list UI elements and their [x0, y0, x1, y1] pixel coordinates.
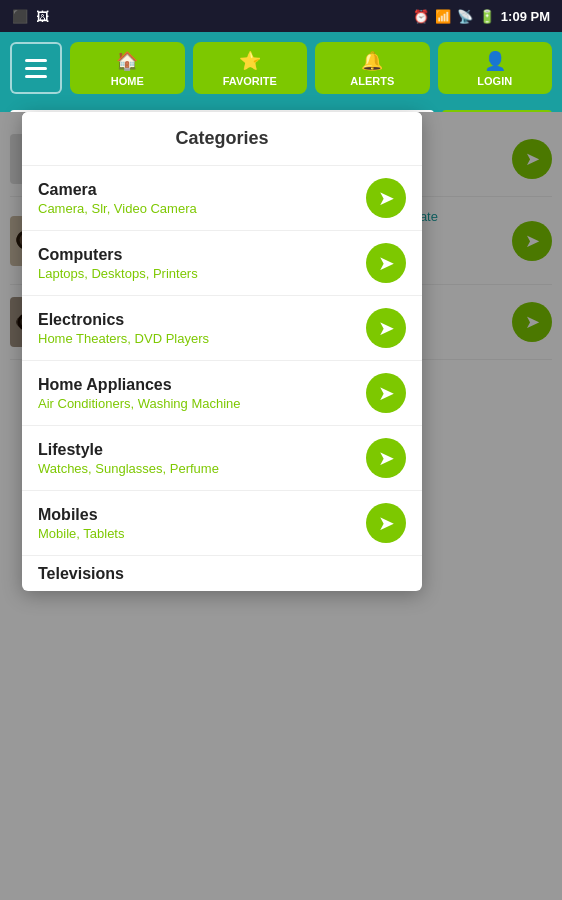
- category-item-electronics[interactable]: Electronics Home Theaters, DVD Players ➤: [22, 296, 422, 361]
- category-name: Camera: [38, 181, 366, 199]
- menu-button[interactable]: [10, 42, 62, 94]
- alerts-label: ALERTS: [350, 75, 394, 87]
- star-icon: ⭐: [239, 50, 261, 72]
- home-icon: 🏠: [116, 50, 138, 72]
- category-name: Televisions: [38, 565, 406, 583]
- favorite-button[interactable]: ⭐ FAVORITE: [193, 42, 308, 94]
- category-sub: Laptops, Desktops, Printers: [38, 266, 366, 281]
- home-button[interactable]: 🏠 HOME: [70, 42, 185, 94]
- category-name: Electronics: [38, 311, 366, 329]
- category-text: Computers Laptops, Desktops, Printers: [38, 246, 366, 281]
- category-go-button[interactable]: ➤: [366, 373, 406, 413]
- category-item-home-appliances[interactable]: Home Appliances Air Conditioners, Washin…: [22, 361, 422, 426]
- gallery-icon: ⬛: [12, 9, 28, 24]
- category-text: Mobiles Mobile, Tablets: [38, 506, 366, 541]
- modal-header: Categories: [22, 112, 422, 166]
- category-sub: Watches, Sunglasses, Perfume: [38, 461, 366, 476]
- hamburger-icon: [25, 59, 47, 78]
- category-text: Lifestyle Watches, Sunglasses, Perfume: [38, 441, 366, 476]
- image-icon: 🖼: [36, 9, 49, 24]
- category-sub: Mobile, Tablets: [38, 526, 366, 541]
- category-text: Home Appliances Air Conditioners, Washin…: [38, 376, 366, 411]
- signal-icon: 📡: [457, 9, 473, 24]
- category-sub: Home Theaters, DVD Players: [38, 331, 366, 346]
- category-name: Computers: [38, 246, 366, 264]
- status-bar: ⬛ 🖼 ⏰ 📶 📡 🔋 1:09 PM: [0, 0, 562, 32]
- status-icons-left: ⬛ 🖼: [12, 9, 49, 24]
- category-go-button[interactable]: ➤: [366, 243, 406, 283]
- category-name: Lifestyle: [38, 441, 366, 459]
- battery-icon: 🔋: [479, 9, 495, 24]
- category-sub: Camera, Slr, Video Camera: [38, 201, 366, 216]
- category-item-televisions[interactable]: Televisions: [22, 556, 422, 591]
- status-icons-right: ⏰ 📶 📡 🔋 1:09 PM: [413, 9, 550, 24]
- wifi-icon: 📶: [435, 9, 451, 24]
- category-text: Televisions: [38, 565, 406, 583]
- home-label: HOME: [111, 75, 144, 87]
- alarm-icon: ⏰: [413, 9, 429, 24]
- category-go-button[interactable]: ➤: [366, 438, 406, 478]
- categories-modal: Categories Camera Camera, Slr, Video Cam…: [22, 112, 422, 591]
- category-go-button[interactable]: ➤: [366, 503, 406, 543]
- category-sub: Air Conditioners, Washing Machine: [38, 396, 366, 411]
- category-text: Electronics Home Theaters, DVD Players: [38, 311, 366, 346]
- category-go-button[interactable]: ➤: [366, 178, 406, 218]
- category-item-lifestyle[interactable]: Lifestyle Watches, Sunglasses, Perfume ➤: [22, 426, 422, 491]
- category-item-mobiles[interactable]: Mobiles Mobile, Tablets ➤: [22, 491, 422, 556]
- category-name: Mobiles: [38, 506, 366, 524]
- category-item-camera[interactable]: Camera Camera, Slr, Video Camera ➤: [22, 166, 422, 231]
- bell-icon: 🔔: [361, 50, 383, 72]
- category-text: Camera Camera, Slr, Video Camera: [38, 181, 366, 216]
- favorite-label: FAVORITE: [223, 75, 277, 87]
- modal-title: Categories: [175, 128, 268, 148]
- category-item-computers[interactable]: Computers Laptops, Desktops, Printers ➤: [22, 231, 422, 296]
- time-display: 1:09 PM: [501, 9, 550, 24]
- login-button[interactable]: 👤 LOGIN: [438, 42, 553, 94]
- login-label: LOGIN: [477, 75, 512, 87]
- alerts-button[interactable]: 🔔 ALERTS: [315, 42, 430, 94]
- user-icon: 👤: [484, 50, 506, 72]
- top-navigation: 🏠 HOME ⭐ FAVORITE 🔔 ALERTS 👤 LOGIN: [0, 32, 562, 104]
- category-name: Home Appliances: [38, 376, 366, 394]
- category-go-button[interactable]: ➤: [366, 308, 406, 348]
